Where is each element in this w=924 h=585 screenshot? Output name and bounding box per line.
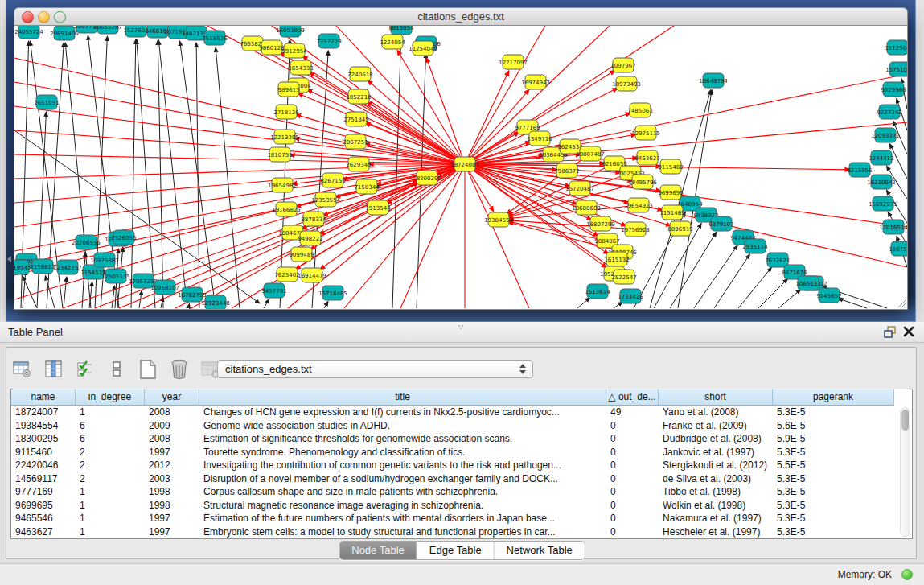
graph-node-label: 1852218 [346,94,371,101]
graph-node-label: 9498222 [298,236,322,242]
table-cell: Dudbridge et al. (2008) [659,432,773,446]
table-row[interactable]: 1938455462009Genome-wide association stu… [11,419,912,433]
table-row[interactable]: 1830029562008Estimation of significance … [11,432,912,446]
graph-edge-red[interactable] [465,164,907,227]
table-row[interactable]: 969969511998Structural magnetic resonanc… [11,499,912,513]
scrollbar-thumb[interactable] [901,410,909,431]
show-column-button[interactable] [43,358,65,381]
graph-edge-black[interactable] [23,270,26,308]
window-titlebar[interactable]: citations_edges.txt [14,7,908,26]
graph-edge-red[interactable] [426,57,465,164]
graph-edge-black[interactable] [738,267,771,308]
graph-edge-black[interactable] [694,245,737,308]
graph-node-label: 24055724 [14,29,43,35]
column-header-in_degree[interactable]: in_degree [76,389,145,406]
graph-edge-red[interactable] [307,89,465,164]
table-source-value: citations_edges.txt [225,363,312,375]
graph-edge-black[interactable] [112,286,115,308]
graph-edge-black[interactable] [64,277,67,308]
graph-edge-black[interactable] [161,297,163,308]
table-cell: 0 [606,446,659,459]
graph-edge-black[interactable] [577,298,590,308]
graph-node-label: 7986372 [554,168,579,175]
window-resize-grip[interactable] [896,298,906,308]
graph-edge-black[interactable] [131,39,136,308]
table-cell: 1 [76,525,145,539]
graph-node-label: 8878334 [301,216,326,223]
table-cell: 2 [76,459,145,472]
graph-node-label: 2751845 [343,117,368,123]
graph-node-label: 1810755 [267,152,292,159]
delete-rows-button[interactable] [168,358,191,381]
graph-node-label: 2067251 [343,139,368,146]
table-vertical-scrollbar[interactable] [900,407,910,537]
graph-node-label: 7515526 [202,35,228,42]
table-cell: 1997 [145,525,199,539]
close-panel-icon[interactable] [903,326,914,337]
left-panel-collapse-arrow-icon[interactable] [7,256,11,262]
table-cell: 9115460 [11,446,76,459]
column-header-out_de[interactable]: △ out_de... [606,389,659,406]
graph-node-label: 1615132 [604,257,629,263]
graph-edge-red[interactable] [465,164,529,308]
table-cell: 1 [76,512,145,525]
table-row[interactable]: 946554611997Estimation of the future num… [11,512,912,525]
tab-node-table[interactable]: Node Table [339,542,417,559]
table-settings-button[interactable] [11,358,34,381]
graph-edge-black[interactable] [23,276,37,308]
table-source-select[interactable]: citations_edges.txt [217,360,533,378]
float-panel-icon[interactable] [884,326,897,338]
column-header-name[interactable]: name [11,389,76,406]
graph-node-label: 9624534 [557,144,583,150]
graph-node-label: 9329966 [881,87,906,93]
table-body: 1872400712008Changes of HCN gene express… [11,406,912,538]
graph-edge-black[interactable] [82,252,85,308]
graph-node-label: 7629345 [346,162,371,168]
graph-node-label: 9245652 [816,293,841,299]
graph-node-label: 9115460 [658,164,683,171]
column-header-year[interactable]: year [145,389,199,406]
table-row[interactable]: 2242004622012Investigating the contribut… [11,459,912,472]
tab-edge-table[interactable]: Edge Table [417,542,495,559]
graph-edge-red[interactable] [14,58,465,164]
graph-edge-black[interactable] [778,290,801,308]
graph-edge-red[interactable] [302,56,465,164]
graph-node-label: 989613 [278,87,300,93]
graph-node-label: 7625402 [274,272,299,278]
graph-node-label: 7357229 [316,39,341,45]
create-new-button[interactable] [137,358,159,381]
table-row[interactable]: 1456911722003Disruption of a novel membe… [11,472,912,486]
graph-edge-black[interactable] [188,304,190,308]
table-cell: 14569117 [11,472,76,486]
table-row[interactable]: 1872400712008Changes of HCN gene express… [11,406,912,419]
clear-selection-button[interactable] [105,358,128,381]
table-row[interactable]: 911546021997Tourette syndrome. Phenomeno… [11,446,912,459]
graph-node-label: 16974943 [521,80,550,86]
tab-network-table[interactable]: Network Table [495,542,585,559]
column-header-title[interactable]: title [199,389,606,406]
table-cell: 0 [606,472,659,486]
network-canvas[interactable]: 1872400724055724206914062097710106552871… [14,26,907,309]
table-row[interactable]: 977716911998Corpus callosum shape and si… [11,485,912,499]
graph-node-label: 1654333 [288,65,313,72]
column-header-pagerank[interactable]: pagerank [773,389,894,406]
graph-node-label: 1065033 [795,281,820,287]
table-cell: 2009 [145,419,199,433]
graph-node-label: 3919545 [14,265,31,271]
table-cell: 0 [606,485,659,499]
panel-drag-handle-icon[interactable] [458,324,465,329]
table-cell: 5.3E-5 [773,512,894,525]
graph-node-label: 9227343 [877,109,901,116]
graph-node-label: 18300295 [413,175,441,182]
graph-node-label: 16210643 [867,179,896,186]
graph-edge-black[interactable] [264,299,269,308]
graph-node-label: 1244413 [869,155,893,162]
graph-edge-black[interactable] [324,301,328,308]
column-header-short[interactable]: short [659,389,773,406]
graph-edge-red[interactable] [14,164,465,179]
table-row[interactable]: 946362711997Embryonic stem cells: a mode… [11,525,912,539]
graph-node-label: 18495796 [628,179,657,186]
graph-edge-black[interactable] [670,232,717,308]
select-rows-button[interactable] [74,358,97,381]
graph-edge-black[interactable] [37,112,46,308]
